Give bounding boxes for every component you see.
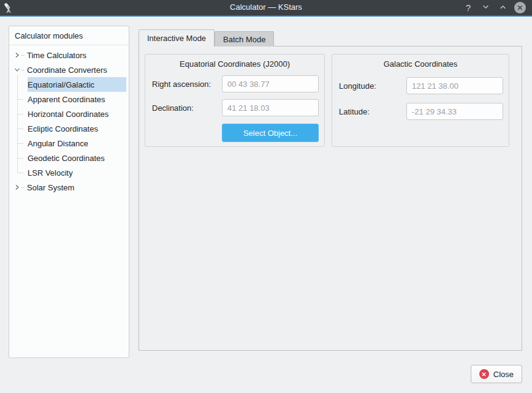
- window-close-button[interactable]: [512, 1, 527, 15]
- tree-item-label: Ecliptic Coordinates: [28, 124, 98, 133]
- maximize-button[interactable]: [495, 1, 510, 15]
- module-tree: Time Calculators Coordinate Converters E…: [9, 45, 129, 195]
- groupbox-title: Galactic Coordinates: [332, 59, 509, 69]
- tree-item-label: Geodetic Coordinates: [28, 154, 105, 163]
- tab-interactive-mode[interactable]: Interactive Mode: [139, 29, 215, 47]
- chevron-down-icon[interactable]: [13, 66, 21, 73]
- longitude-label: Longitude:: [339, 81, 406, 91]
- coordinate-boxes: Equatorial Coordinates (J2000) Right asc…: [139, 47, 522, 147]
- close-button-label: Close: [493, 370, 514, 379]
- tab-label: Batch Mode: [223, 35, 265, 44]
- mode-tabbar: Interactive Mode Batch Mode: [139, 29, 274, 47]
- tree-item-label: Time Calculators: [27, 51, 86, 60]
- latitude-label: Latitude:: [339, 107, 406, 116]
- tree-item-label: Solar System: [27, 183, 74, 192]
- declination-row: Declination:: [152, 99, 319, 116]
- interactive-mode-panel: Equatorial Coordinates (J2000) Right asc…: [139, 46, 522, 351]
- window-title: Calculator — KStars: [0, 0, 532, 14]
- branch-dash: [21, 70, 25, 70]
- sidebar-item-apparent-coordinates[interactable]: Apparent Coordinates: [28, 92, 126, 107]
- tab-label: Interactive Mode: [147, 34, 206, 43]
- tree-item-label: Angular Distance: [28, 139, 88, 148]
- latitude-input[interactable]: [406, 103, 503, 120]
- tree-item-label: Equatorial/Galactic: [28, 80, 94, 89]
- sidebar-item-coordinate-converters[interactable]: Coordinate Converters: [9, 62, 129, 77]
- galactic-coordinates-groupbox: Galactic Coordinates Longitude: Latitude…: [332, 54, 509, 147]
- tree-item-label: Coordinate Converters: [27, 66, 107, 75]
- right-ascension-row: Right ascension:: [152, 75, 319, 92]
- tab-batch-mode[interactable]: Batch Mode: [215, 31, 274, 47]
- coordinate-converters-children: Equatorial/Galactic Apparent Coordinates…: [28, 77, 129, 180]
- right-ascension-label: Right ascension:: [152, 80, 222, 89]
- chevron-down-icon: [482, 3, 490, 13]
- branch-dash: [21, 187, 25, 188]
- minimize-button[interactable]: [478, 1, 493, 15]
- close-circle-icon: [514, 2, 526, 13]
- sidebar-item-solar-system[interactable]: Solar System: [9, 180, 129, 195]
- groupbox-title: Equatorial Coordinates (J2000): [145, 59, 324, 69]
- chevron-right-icon[interactable]: [13, 51, 21, 59]
- titlebar-buttons: ?: [461, 1, 532, 15]
- sidebar-header: Calculator modules: [9, 26, 129, 45]
- select-object-button[interactable]: Select Object...: [222, 124, 319, 142]
- sidebar-item-horizontal-coordinates[interactable]: Horizontal Coordinates: [28, 107, 126, 121]
- chevron-up-icon: [499, 3, 507, 13]
- sidebar-item-ecliptic-coordinates[interactable]: Ecliptic Coordinates: [28, 121, 126, 136]
- sidebar-item-geodetic-coordinates[interactable]: Geodetic Coordinates: [28, 151, 126, 165]
- sidebar-item-equatorial-galactic[interactable]: Equatorial/Galactic: [28, 77, 126, 92]
- sidebar-item-angular-distance[interactable]: Angular Distance: [28, 136, 126, 151]
- longitude-row: Longitude:: [339, 77, 503, 94]
- chevron-right-icon[interactable]: [13, 184, 21, 191]
- branch-dash: [21, 55, 25, 56]
- latitude-row: Latitude:: [339, 103, 503, 120]
- tree-item-label: Apparent Coordinates: [28, 95, 105, 104]
- help-button[interactable]: ?: [461, 1, 476, 15]
- sidebar-item-lsr-velocity[interactable]: LSR Velocity: [28, 165, 126, 180]
- help-icon: ?: [466, 2, 471, 13]
- red-close-circle-icon: [479, 369, 489, 379]
- right-ascension-input[interactable]: [222, 75, 319, 92]
- equatorial-coordinates-groupbox: Equatorial Coordinates (J2000) Right asc…: [145, 54, 325, 147]
- close-button[interactable]: Close: [471, 365, 522, 383]
- tree-item-label: Horizontal Coordinates: [28, 110, 108, 119]
- calculator-modules-panel: Calculator modules Time Calculators Coor…: [9, 26, 129, 358]
- select-object-row: Select Object...: [145, 124, 319, 142]
- kstars-telescope-icon: [3, 2, 15, 14]
- declination-input[interactable]: [222, 99, 319, 116]
- titlebar: Calculator — KStars ?: [0, 0, 532, 17]
- declination-label: Declination:: [152, 103, 222, 113]
- sidebar-item-time-calculators[interactable]: Time Calculators: [9, 48, 129, 62]
- longitude-input[interactable]: [406, 77, 503, 94]
- tree-item-label: LSR Velocity: [28, 168, 73, 178]
